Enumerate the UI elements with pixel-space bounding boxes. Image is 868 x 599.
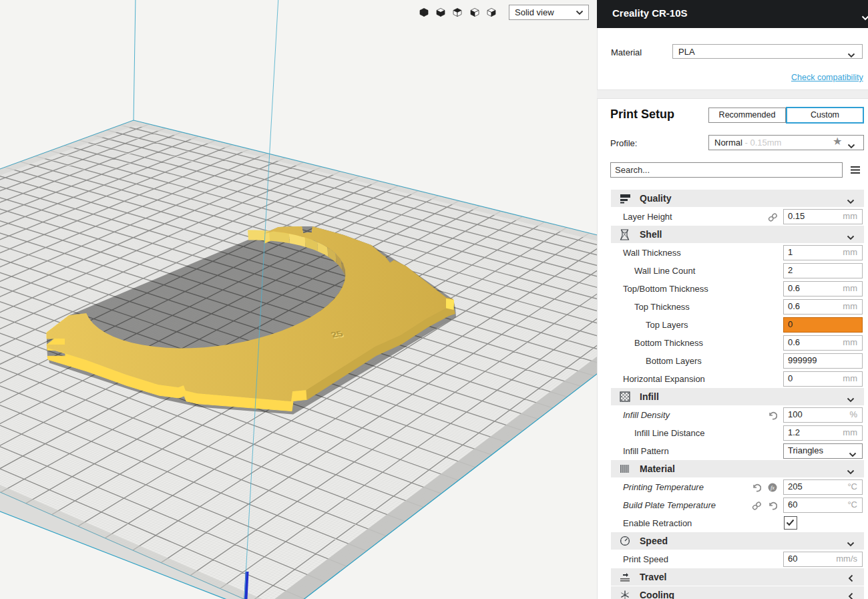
svg-text:fx: fx (771, 484, 775, 491)
